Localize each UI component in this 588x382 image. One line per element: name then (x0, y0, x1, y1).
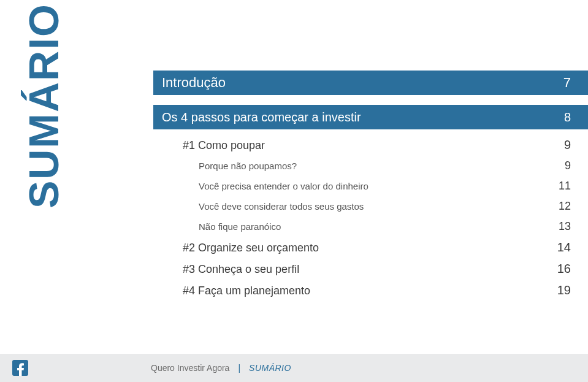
toc-intro-page: 7 (563, 75, 571, 91)
toc-entry-label: Não fique paranóico (199, 221, 281, 232)
toc-intro-label: Introdução (162, 75, 226, 91)
toc-entry-page: 13 (559, 220, 571, 233)
toc-entry[interactable]: Não fique paranóico 13 (153, 216, 588, 237)
toc-intro-bar[interactable]: Introdução 7 (153, 71, 588, 95)
toc-entry-label: Porque não poupamos? (199, 161, 297, 171)
vertical-section-title: SUMÁRIO (20, 3, 67, 208)
footer-bar: Quero Investir Agora | SUMÁRIO (0, 354, 588, 382)
toc-entry-page: 11 (559, 180, 571, 193)
toc-entry[interactable]: Porque não poupamos? 9 (153, 156, 588, 176)
footer-separator: | (238, 363, 240, 373)
toc-entry-label: #4 Faça um planejamento (183, 285, 310, 297)
toc-entry-page: 9 (564, 138, 571, 152)
toc-content: Introdução 7 Os 4 passos para começar a … (153, 71, 588, 301)
toc-entry-label: #2 Organize seu orçamento (183, 242, 319, 254)
toc-section-bar[interactable]: Os 4 passos para começar a investir 8 (153, 105, 588, 129)
toc-entry-label: Você deve considerar todos seus gastos (199, 201, 364, 212)
toc-entry[interactable]: #3 Conheça o seu perfil 16 (153, 258, 588, 280)
toc-entry[interactable]: Você precisa entender o valor do dinheir… (153, 176, 588, 196)
footer-brand: Quero Investir Agora (151, 363, 229, 373)
facebook-glyph (15, 362, 25, 376)
toc-entry[interactable]: #1 Como poupar 9 (153, 134, 588, 156)
toc-section-label: Os 4 passos para começar a investir (162, 110, 361, 124)
page: SUMÁRIO Introdução 7 Os 4 passos para co… (0, 0, 588, 382)
toc-entry-page: 16 (557, 262, 571, 276)
toc-entry[interactable]: #4 Faça um planejamento 19 (153, 280, 588, 301)
toc-entry-page: 19 (557, 283, 571, 297)
toc-entry-label: #3 Conheça o seu perfil (183, 263, 299, 276)
toc-entry[interactable]: Você deve considerar todos seus gastos 1… (153, 196, 588, 216)
toc-entry-label: Você precisa entender o valor do dinheir… (199, 181, 368, 191)
toc-entry-page: 14 (557, 240, 571, 254)
toc-entry[interactable]: #2 Organize seu orçamento 14 (153, 237, 588, 258)
toc-section-page: 8 (564, 110, 571, 124)
toc-entry-label: #1 Como poupar (183, 139, 265, 152)
facebook-icon[interactable] (12, 360, 28, 376)
toc-entry-page: 9 (565, 159, 571, 172)
toc-entry-page: 12 (559, 200, 571, 213)
footer-crumb: SUMÁRIO (249, 363, 291, 373)
